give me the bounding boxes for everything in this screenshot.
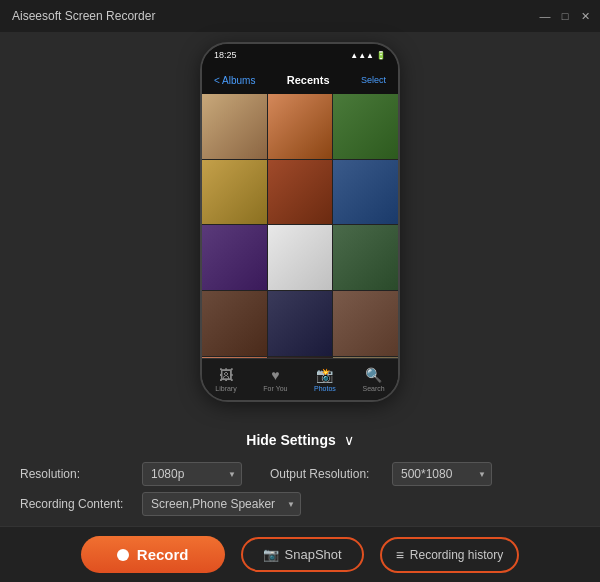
library-icon: 🖼 <box>219 367 233 383</box>
phone-tab-library[interactable]: 🖼 Library <box>215 367 236 392</box>
foryou-icon: ♥ <box>271 367 279 383</box>
photo-cell-9[interactable] <box>333 225 398 290</box>
photos-label: Photos <box>314 385 336 392</box>
photo-grid <box>202 94 398 358</box>
settings-row-2: Recording Content: Screen,Phone Speaker … <box>20 492 580 516</box>
photo-cell-5[interactable] <box>268 160 333 225</box>
phone-status-bar: 18:25 ▲▲▲ 🔋 <box>202 44 398 66</box>
output-resolution-label: Output Resolution: <box>270 467 380 481</box>
photo-cell-3[interactable] <box>333 94 398 159</box>
title-bar: Aiseesoft Screen Recorder — □ ✕ <box>0 0 600 32</box>
output-resolution-select[interactable]: 500*1080 720*1280 1080*1920 <box>392 462 492 486</box>
photo-cell-4[interactable] <box>202 160 267 225</box>
phone-nav-bar: < Albums Recents Select <box>202 66 398 94</box>
camera-icon <box>263 547 279 562</box>
resolution-label: Resolution: <box>20 467 130 481</box>
snapshot-label: SnapShot <box>285 547 342 562</box>
output-resolution-select-wrapper: 500*1080 720*1280 1080*1920 <box>392 462 492 486</box>
photos-icon: 📸 <box>316 367 333 383</box>
photo-cell-10[interactable] <box>202 291 267 356</box>
phone-time: 18:25 <box>214 50 237 60</box>
phone-bottom-bar: 🖼 Library ♥ For You 📸 Photos 🔍 Search <box>202 358 398 400</box>
window-controls: — □ ✕ <box>538 9 592 23</box>
recording-history-button[interactable]: Recording history <box>380 537 520 573</box>
phone-tab-photos[interactable]: 📸 Photos <box>314 367 336 392</box>
phone-signal-icons: ▲▲▲ 🔋 <box>350 51 386 60</box>
photo-cell-12[interactable] <box>333 291 398 356</box>
hide-settings-label: Hide Settings <box>246 432 335 448</box>
recording-content-label: Recording Content: <box>20 497 130 511</box>
search-icon: 🔍 <box>365 367 382 383</box>
settings-panel: Resolution: 1080p 720p 1440p 4K Output R… <box>0 456 600 528</box>
record-dot-icon <box>117 549 129 561</box>
photo-cell-13[interactable] <box>202 357 267 358</box>
record-label: Record <box>137 546 189 563</box>
phone-back-button[interactable]: < Albums <box>214 75 255 86</box>
action-bar: Record SnapShot Recording history <box>0 526 600 582</box>
phone-tab-search[interactable]: 🔍 Search <box>362 367 384 392</box>
record-button[interactable]: Record <box>81 536 225 573</box>
phone-nav-title: Recents <box>287 74 330 86</box>
photo-cell-1[interactable] <box>202 94 267 159</box>
phone-mockup: 18:25 ▲▲▲ 🔋 < Albums Recents Select <box>200 42 400 402</box>
resolution-select-wrapper: 1080p 720p 1440p 4K <box>142 462 242 486</box>
recording-content-select-wrapper: Screen,Phone Speaker Screen Only Screen,… <box>142 492 301 516</box>
phone-select-button[interactable]: Select <box>361 75 386 85</box>
history-label: Recording history <box>410 548 503 562</box>
phone-photo-grid-area <box>202 94 398 358</box>
wifi-icon: ▲▲▲ <box>350 51 374 60</box>
foryou-label: For You <box>263 385 287 392</box>
recording-content-select[interactable]: Screen,Phone Speaker Screen Only Screen,… <box>142 492 301 516</box>
search-label: Search <box>362 385 384 392</box>
photo-cell-14[interactable] <box>268 357 333 358</box>
photo-cell-6[interactable] <box>333 160 398 225</box>
chevron-down-icon: ∨ <box>344 432 354 448</box>
photo-cell-7[interactable] <box>202 225 267 290</box>
photo-cell-2[interactable] <box>268 94 333 159</box>
minimize-button[interactable]: — <box>538 9 552 23</box>
library-label: Library <box>215 385 236 392</box>
photo-cell-11[interactable] <box>268 291 333 356</box>
photo-cell-15[interactable] <box>333 357 398 358</box>
hide-settings-bar[interactable]: Hide Settings ∨ <box>0 422 600 456</box>
maximize-button[interactable]: □ <box>558 9 572 23</box>
resolution-select[interactable]: 1080p 720p 1440p 4K <box>142 462 242 486</box>
battery-icon: 🔋 <box>376 51 386 60</box>
settings-row-1: Resolution: 1080p 720p 1440p 4K Output R… <box>20 462 580 486</box>
app-title: Aiseesoft Screen Recorder <box>12 9 155 23</box>
phone-screen-content: < Albums Recents Select <box>202 66 398 400</box>
close-button[interactable]: ✕ <box>578 9 592 23</box>
photo-cell-8[interactable] <box>268 225 333 290</box>
snapshot-button[interactable]: SnapShot <box>241 537 364 572</box>
history-icon <box>396 547 404 563</box>
main-content: 18:25 ▲▲▲ 🔋 < Albums Recents Select <box>0 32 600 422</box>
phone-tab-foryou[interactable]: ♥ For You <box>263 367 287 392</box>
